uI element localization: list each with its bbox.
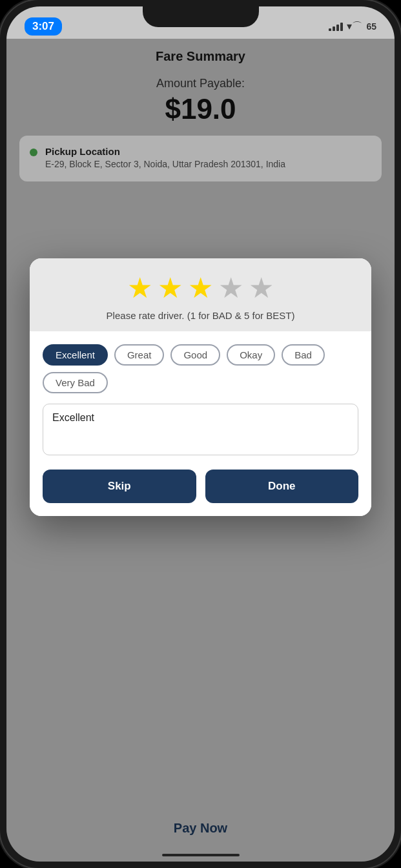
chip-good[interactable]: Good: [170, 344, 220, 366]
star-5[interactable]: ★: [249, 274, 274, 302]
chip-very-bad[interactable]: Very Bad: [43, 372, 108, 393]
dialog-buttons: Skip Done: [43, 470, 358, 503]
chip-excellent[interactable]: Excellent: [43, 344, 108, 366]
chips-row: Excellent Great Good Okay Bad Very Bad: [43, 344, 358, 393]
star-1[interactable]: ★: [127, 274, 152, 302]
done-button[interactable]: Done: [205, 470, 358, 503]
overlay: ★ ★ ★ ★ ★ Please rate driver. (1 for BAD…: [6, 39, 395, 862]
screen: 3:07 ▾⌒ 65 Fare Summary Amount Paya: [6, 6, 395, 862]
status-icons: ▾⌒ 65: [329, 20, 376, 34]
chip-okay[interactable]: Okay: [227, 344, 275, 366]
star-3[interactable]: ★: [188, 274, 213, 302]
star-2[interactable]: ★: [158, 274, 183, 302]
skip-button[interactable]: Skip: [43, 470, 196, 503]
battery-icon: 65: [366, 21, 376, 32]
chip-great[interactable]: Great: [114, 344, 165, 366]
rating-dialog: ★ ★ ★ ★ ★ Please rate driver. (1 for BAD…: [30, 258, 371, 516]
star-4[interactable]: ★: [218, 274, 243, 302]
notch: [143, 6, 259, 27]
comment-input[interactable]: Excellent: [43, 404, 358, 455]
rating-body: Excellent Great Good Okay Bad Very Bad E…: [30, 331, 371, 516]
chip-bad[interactable]: Bad: [282, 344, 325, 366]
rating-instruction: Please rate driver. (1 for BAD & 5 for B…: [43, 310, 358, 321]
signal-icon: [329, 23, 343, 31]
stars-row: ★ ★ ★ ★ ★: [43, 274, 358, 302]
wifi-icon: ▾⌒: [347, 20, 362, 34]
rating-header: ★ ★ ★ ★ ★ Please rate driver. (1 for BAD…: [30, 258, 371, 331]
status-time: 3:07: [25, 17, 62, 36]
phone-frame: 3:07 ▾⌒ 65 Fare Summary Amount Paya: [0, 0, 401, 868]
app-content: Fare Summary Amount Payable: $19.0 Picku…: [6, 39, 395, 862]
